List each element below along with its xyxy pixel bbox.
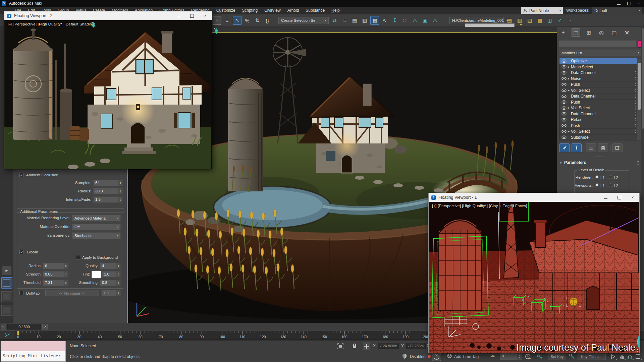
floating-viewport-1-titlebar[interactable]: 3 Floating Viewport - 1 × [429, 193, 639, 202]
modifier-relax[interactable]: Relax++ [559, 117, 637, 123]
select-percent-button[interactable]: % [243, 16, 252, 25]
layer-explorer-button[interactable]: ▥ [360, 16, 369, 25]
samples-spinner[interactable]: 64 [93, 180, 123, 186]
window-minimize-button[interactable] [614, 0, 624, 7]
threshold-spinner[interactable]: 7.31 [43, 280, 68, 286]
filter-funnel-icon[interactable] [510, 204, 515, 208]
orbit-view-button[interactable] [626, 353, 634, 360]
dope-sheet-button[interactable]: ↧ [390, 16, 399, 25]
modifier-subdivide[interactable]: Subdivide [559, 135, 637, 141]
transform-type-in-icon[interactable] [363, 343, 370, 350]
mirror-button[interactable]: ⇄ [330, 16, 339, 25]
layout-tab-single[interactable] [1, 277, 12, 289]
menu-help[interactable]: Help [328, 7, 343, 14]
next-frame-button[interactable]: > [42, 324, 48, 329]
modifier-push[interactable]: Push++ [559, 82, 637, 88]
modifier-mesh-select[interactable]: ▶Mesh Select [559, 64, 637, 70]
modifier-vol-select[interactable]: ▶Vol. Select++ [559, 105, 637, 111]
window-maximize-button[interactable] [624, 0, 634, 7]
selection-set-dropdown[interactable]: Create Selection Se [278, 17, 329, 24]
menu-arnold[interactable]: Arnold [284, 7, 303, 14]
quality-spinner[interactable]: 4 [100, 263, 121, 269]
close-icon[interactable]: × [626, 193, 639, 202]
isolate-selection-icon[interactable] [337, 343, 344, 350]
scene-health-button[interactable]: ✓ [555, 16, 564, 25]
strength-spinner[interactable]: 0.05 [43, 271, 68, 278]
maxscript-mini-listener[interactable]: Scripting Mini Listener [1, 341, 66, 362]
floating-viewport-1-window[interactable]: 3 Floating Viewport - 1 × [+] [Perspecti… [428, 193, 640, 353]
maximize-icon[interactable] [612, 193, 626, 202]
layout-flyout-button[interactable]: ▶ [2, 266, 11, 275]
scene-explorer-button[interactable]: ▤ [350, 16, 359, 25]
utilities-tab[interactable]: ⚒ [623, 28, 631, 37]
material-rendering-level-dropdown[interactable]: Advanced Material [72, 215, 121, 222]
modifier-optimize[interactable]: Optimize [559, 58, 637, 64]
menu-scripting[interactable]: Scripting [239, 7, 261, 14]
resize-grip[interactable] [635, 349, 638, 352]
select-place-button[interactable]: ↑ [213, 16, 221, 25]
layout-tab-single-2[interactable] [1, 305, 12, 316]
floating-viewport-2-canvas[interactable]: [+] [Perspective] [High Quality*] [Defau… [4, 20, 211, 169]
current-frame-spinner[interactable]: 0 [500, 353, 522, 360]
key-filters-button[interactable]: Key Filters... [577, 353, 606, 360]
layout-tab-split[interactable] [1, 291, 12, 302]
panel-scrollbar[interactable] [641, 27, 644, 353]
object-name-field[interactable] [559, 40, 637, 47]
intensity-fade-spinner[interactable]: 1.5 [93, 196, 123, 203]
remove-modifier-button[interactable] [598, 143, 608, 152]
maximize-icon[interactable] [185, 11, 199, 20]
tint-amount-spinner[interactable]: 1.0 [102, 271, 121, 278]
history-button[interactable]: ◔ [566, 16, 574, 25]
set-keys-icon[interactable] [537, 353, 543, 360]
workspace-dropdown[interactable]: Default [592, 7, 643, 14]
key-mode-icon[interactable] [569, 353, 575, 359]
frame-counter[interactable]: 0 / 300 [7, 324, 41, 329]
add-time-tag[interactable]: Add Time Tag [454, 354, 479, 359]
modifier-list-dropdown[interactable]: Modifier List [559, 50, 642, 56]
create-tab[interactable]: + [559, 28, 568, 37]
select-by-name-button[interactable]: ≡ [223, 16, 231, 25]
make-unique-button[interactable] [586, 143, 596, 152]
project-path-dropdown[interactable]: H:\Clients\au...eModeling_001 [449, 17, 504, 24]
window-close-button[interactable]: × [634, 0, 644, 7]
curve-editor-button[interactable]: ∿ [380, 16, 389, 25]
material-override-dropdown[interactable]: Off [72, 224, 121, 230]
link-scene-button[interactable]: ▧ [525, 16, 534, 25]
timeline-ruler[interactable]: 0102030405060708090100110120130140150160… [15, 330, 438, 340]
viewports-l1-radio[interactable] [595, 183, 599, 187]
dirtmap-amount-spinner[interactable]: 1.0 [101, 290, 121, 296]
set-key-button[interactable]: Set Key [548, 353, 566, 360]
render-setup-button[interactable]: ♨ [411, 16, 419, 25]
stack-scrollbar[interactable] [637, 59, 641, 140]
fov-tool-button[interactable] [609, 353, 617, 360]
floating-viewport-2-window[interactable]: 3 Floating Viewport - 2 × [+] [Perspecti… [4, 11, 212, 169]
ribbon-toggle-button[interactable]: ▦ [370, 16, 379, 25]
viewports-l2-radio[interactable] [609, 183, 612, 187]
parameters-rollout-header[interactable]: ▼Parameters [559, 160, 586, 165]
show-end-result-button[interactable] [572, 143, 582, 152]
snaps-toggle-button[interactable]: ⇅ [253, 16, 262, 25]
error-count-button[interactable]: 0 [432, 353, 441, 361]
modifier-push[interactable]: Push++ [559, 123, 637, 129]
ambient-occlusion-checkbox[interactable] [19, 173, 24, 177]
minimize-icon[interactable] [172, 11, 185, 20]
hierarchy-tab[interactable]: ⊞ [584, 28, 593, 37]
dirtmap-checkbox[interactable] [19, 291, 24, 295]
transparency-dropdown[interactable]: Stochastic [72, 232, 121, 239]
maxscript-editor-button[interactable]: {} [263, 16, 272, 25]
user-account-menu[interactable]: Paul Neale ▾ [521, 7, 563, 14]
modifier-vol-select[interactable]: ▶Vol. Select++ [559, 129, 637, 135]
dirtmap-image-button[interactable]: << No image >> [45, 290, 99, 296]
selection-lock-icon[interactable] [352, 343, 358, 349]
time-configuration-icon[interactable] [525, 353, 531, 360]
select-object-button[interactable]: ↖ [233, 16, 241, 25]
modifier-noise[interactable]: ▶Noise++ [559, 76, 637, 82]
array-tool-button[interactable]: ∷ [400, 16, 409, 25]
bloom-checkbox[interactable] [19, 250, 24, 254]
listener-script-line[interactable]: Scripting Mini Listener [1, 351, 65, 361]
viewport-label[interactable]: [+] [Perspective] [High Quality*] [Defau… [8, 22, 95, 26]
menu-civilview[interactable]: CivilView [261, 7, 284, 14]
modifier-push[interactable]: Push++ [559, 100, 637, 106]
y-coordinate-field[interactable]: -72.286m [406, 343, 426, 349]
floating-viewport-1-canvas[interactable]: [+] [Perspective] [High Quality*] [Clay … [429, 202, 639, 353]
